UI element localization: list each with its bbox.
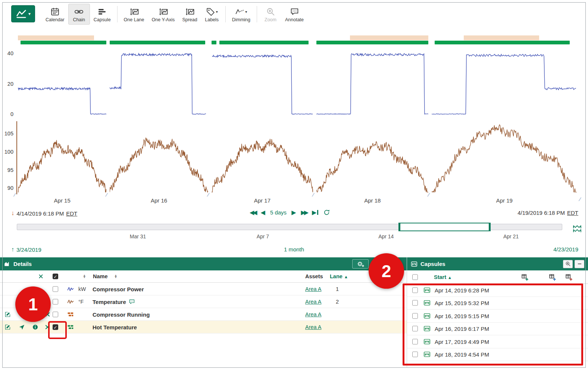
asset-link[interactable]: Area A bbox=[305, 286, 322, 292]
toolbar-one-y-axis-button[interactable]: One Y-Axis bbox=[148, 4, 179, 25]
column-lane[interactable]: Lane ▲ bbox=[330, 273, 348, 279]
column-start[interactable]: Start ▲ bbox=[434, 274, 452, 280]
select-all-checkbox[interactable] bbox=[53, 274, 58, 279]
trend-lane[interactable] bbox=[432, 121, 577, 194]
investigate-end[interactable]: 4/23/2019 bbox=[553, 246, 578, 253]
trend-lane[interactable] bbox=[316, 121, 428, 194]
timezone-link[interactable]: EDT bbox=[567, 210, 578, 216]
timezone-link[interactable]: EDT bbox=[66, 210, 77, 217]
toolbar-one-lane-button[interactable]: One Lane bbox=[120, 4, 148, 25]
capsule-checkbox[interactable] bbox=[412, 300, 418, 306]
range-end-text[interactable]: 4/19/2019 6:18 PM bbox=[517, 210, 565, 216]
chain-segment-apr-19[interactable]: ∕∕Apr 19 bbox=[432, 34, 577, 204]
condition-capsule-bar[interactable] bbox=[316, 41, 428, 44]
trend-lane[interactable] bbox=[432, 45, 577, 117]
trend-lane[interactable] bbox=[110, 121, 208, 194]
toolbar-chain-button[interactable]: Chain bbox=[68, 4, 90, 25]
toolbar-zoom-button[interactable]: Zoom bbox=[260, 4, 281, 25]
condition-capsule-bar[interactable] bbox=[110, 41, 205, 44]
condition-capsule-bar[interactable] bbox=[219, 41, 308, 44]
pan-forward-half-button[interactable]: ▶ bbox=[291, 209, 296, 216]
zoom-to-capsule-button[interactable] bbox=[563, 260, 573, 268]
capsule-checkbox[interactable] bbox=[412, 313, 418, 319]
capsule-lane-icon[interactable] bbox=[573, 224, 582, 233]
asset-link[interactable]: Area A bbox=[305, 311, 322, 317]
trend-lane[interactable] bbox=[18, 45, 106, 117]
details-row-compressor-power[interactable]: kWCompressor PowerArea A1 bbox=[0, 283, 407, 295]
toolbar-spread-button[interactable]: Spread bbox=[178, 4, 201, 25]
chain-segment-apr-15[interactable]: ∕∕Apr 15 bbox=[18, 34, 106, 204]
capsule-row[interactable]: Apr 18, 2019 4:54 PM bbox=[407, 348, 588, 361]
chain-segment-apr-16[interactable]: ∕∕Apr 16 bbox=[110, 34, 208, 204]
timeline-selection-window[interactable] bbox=[398, 223, 491, 231]
investigate-start[interactable]: 3/24/2019 bbox=[16, 247, 41, 253]
edit-item-icon[interactable] bbox=[4, 324, 11, 330]
send-item-icon[interactable] bbox=[19, 324, 25, 330]
customize-columns-button[interactable] bbox=[352, 259, 369, 269]
pan-forward-full-button[interactable]: ▶▶ bbox=[301, 209, 307, 216]
remove-item-icon[interactable] bbox=[44, 311, 51, 317]
item-info-icon[interactable] bbox=[32, 324, 38, 330]
trend-lane[interactable] bbox=[18, 121, 106, 194]
row-select-checkbox[interactable] bbox=[53, 324, 58, 330]
range-duration[interactable]: 5 days bbox=[270, 209, 287, 216]
capsule-row[interactable]: Apr 15, 2019 5:32 PM bbox=[407, 297, 588, 310]
remove-all-icon[interactable] bbox=[38, 274, 44, 279]
toolbar-capsule-button[interactable]: Capsule bbox=[90, 4, 115, 25]
details-row-compressor-running[interactable]: Compressor RunningArea A bbox=[0, 308, 407, 321]
trend-lane[interactable] bbox=[212, 121, 313, 194]
trend-lane[interactable] bbox=[110, 45, 208, 117]
magplus-icon bbox=[266, 7, 275, 16]
select-all-capsules-checkbox[interactable] bbox=[412, 274, 418, 280]
capsule-checkbox[interactable] bbox=[412, 287, 418, 293]
column-assets[interactable]: Assets bbox=[305, 273, 323, 279]
capsule-row[interactable]: Apr 16, 2019 6:17 PM bbox=[407, 323, 588, 336]
chain-segment-apr-17[interactable]: ∕∕Apr 17 bbox=[212, 34, 313, 204]
details-row-hot-temperature[interactable]: Hot TemperatureArea A bbox=[0, 321, 407, 333]
condition-capsule-bar[interactable] bbox=[435, 41, 569, 44]
pan-to-now-button[interactable]: ▶ bbox=[312, 209, 318, 216]
toolbar-dimming-button[interactable]: ▾Dimming bbox=[228, 4, 254, 25]
chain-segment-apr-18[interactable]: ∕∕Apr 18 bbox=[316, 34, 428, 204]
asset-link[interactable]: Area A bbox=[305, 299, 322, 305]
pan-back-full-button[interactable]: ◀◀ bbox=[250, 209, 256, 216]
toolbar-labels-button[interactable]: ▾Labels bbox=[201, 4, 223, 25]
condition-capsule-bar[interactable] bbox=[21, 41, 106, 44]
row-select-checkbox[interactable] bbox=[53, 286, 58, 292]
pan-back-half-button[interactable]: ◀ bbox=[261, 209, 265, 216]
timeline-track[interactable] bbox=[17, 224, 562, 230]
row-select-checkbox[interactable] bbox=[53, 299, 58, 304]
remove-item-icon[interactable] bbox=[44, 324, 51, 330]
edit-item-icon[interactable] bbox=[4, 311, 11, 317]
collapse-panel-button[interactable] bbox=[575, 260, 584, 268]
investigate-duration[interactable]: 1 month bbox=[284, 246, 304, 253]
refresh-button[interactable] bbox=[323, 209, 330, 216]
capsule-row[interactable]: Apr 14, 2019 6:28 PM bbox=[407, 284, 588, 297]
annotation-bubble-icon[interactable] bbox=[129, 298, 135, 305]
trend-lane[interactable] bbox=[212, 45, 313, 117]
toolbar-calendar-button[interactable]: Calendar bbox=[42, 4, 68, 25]
capsule-row[interactable]: Apr 17, 2019 4:49 PM bbox=[407, 335, 588, 348]
capsule-checkbox[interactable] bbox=[412, 339, 418, 344]
range-start-text[interactable]: 4/14/2019 6:18 PM bbox=[17, 210, 64, 217]
add-stat-column-icon[interactable] bbox=[549, 273, 556, 281]
capsule-row[interactable]: Apr 16, 2019 5:15 PM bbox=[407, 310, 588, 323]
column-name[interactable]: Name bbox=[93, 273, 108, 279]
capsule-checkbox[interactable] bbox=[412, 326, 418, 332]
toolbar-annotate-button[interactable]: Annotate bbox=[281, 4, 307, 25]
add-property-column-icon[interactable] bbox=[565, 273, 573, 281]
trend-chart-area[interactable]: 402001051009590 ∕∕Apr 15∕∕Apr 16∕∕Apr 17… bbox=[0, 34, 588, 208]
asset-link[interactable]: Area A bbox=[305, 324, 322, 330]
row-select-checkbox[interactable] bbox=[53, 311, 58, 317]
details-row-temperature[interactable]: °FTemperatureArea A2 bbox=[0, 295, 407, 308]
trend-lane[interactable] bbox=[316, 45, 428, 117]
trend-view-dropdown-button[interactable]: ▾ bbox=[11, 5, 35, 22]
capsules-panel-header: Capsules bbox=[407, 257, 588, 270]
details-panel-icon bbox=[4, 261, 10, 267]
sort-icon[interactable]: ▲▼ bbox=[114, 275, 117, 279]
add-column-icon[interactable] bbox=[521, 273, 529, 281]
condition-capsule-bar[interactable] bbox=[212, 41, 217, 44]
capsule-checkbox[interactable] bbox=[412, 352, 418, 357]
sort-icon[interactable]: ▲▼ bbox=[83, 275, 86, 279]
investigate-timeline[interactable]: Mar 31Apr 7Apr 14Apr 21 bbox=[17, 224, 562, 240]
